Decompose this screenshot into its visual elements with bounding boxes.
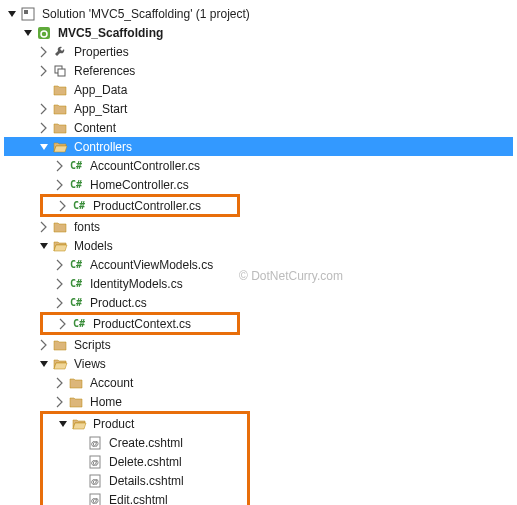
csharp-icon: C# xyxy=(71,316,87,332)
folder-models[interactable]: Models xyxy=(4,236,513,255)
solution-label: Solution 'MVC5_Scaffolding' (1 project) xyxy=(40,7,250,21)
folder-icon xyxy=(68,375,84,391)
expand-icon[interactable] xyxy=(55,416,71,432)
cshtml-icon xyxy=(87,473,103,489)
file-details-cshtml[interactable]: Details.cshtml xyxy=(43,471,247,490)
expand-icon[interactable] xyxy=(52,394,68,410)
expand-icon[interactable] xyxy=(52,276,68,292)
expand-icon[interactable] xyxy=(55,316,71,332)
references-node[interactable]: References xyxy=(4,61,513,80)
cshtml-icon xyxy=(87,454,103,470)
folder-controllers[interactable]: Controllers xyxy=(4,137,513,156)
file-identity-models[interactable]: C# IdentityModels.cs © DotNetCurry.com xyxy=(4,274,513,293)
expand-icon[interactable] xyxy=(36,120,52,136)
expand-icon[interactable] xyxy=(20,25,36,41)
file-edit-cshtml[interactable]: Edit.cshtml xyxy=(43,490,247,505)
solution-explorer-tree: Solution 'MVC5_Scaffolding' (1 project) … xyxy=(4,4,513,505)
file-account-view-models[interactable]: C# AccountViewModels.cs xyxy=(4,255,513,274)
folder-appstart[interactable]: App_Start xyxy=(4,99,513,118)
csharp-icon: C# xyxy=(68,177,84,193)
solution-icon xyxy=(20,6,36,22)
folder-scripts[interactable]: Scripts xyxy=(4,335,513,354)
file-product-controller[interactable]: C# ProductController.cs xyxy=(43,197,237,214)
expand-icon[interactable] xyxy=(52,177,68,193)
references-icon xyxy=(52,63,68,79)
cshtml-icon xyxy=(87,492,103,506)
folder-views-product[interactable]: Product xyxy=(43,414,247,433)
folder-open-icon xyxy=(52,238,68,254)
wrench-icon xyxy=(52,44,68,60)
expand-icon[interactable] xyxy=(52,158,68,174)
folder-icon xyxy=(52,82,68,98)
folder-appdata[interactable]: App_Data xyxy=(4,80,513,99)
expand-icon[interactable] xyxy=(36,44,52,60)
expand-icon[interactable] xyxy=(52,295,68,311)
file-product[interactable]: C# Product.cs xyxy=(4,293,513,312)
folder-open-icon xyxy=(71,416,87,432)
folder-views[interactable]: Views xyxy=(4,354,513,373)
folder-views-home[interactable]: Home xyxy=(4,392,513,411)
folder-icon xyxy=(52,337,68,353)
csharp-icon: C# xyxy=(68,295,84,311)
expand-icon[interactable] xyxy=(36,356,52,372)
folder-content[interactable]: Content xyxy=(4,118,513,137)
folder-icon xyxy=(68,394,84,410)
expand-icon[interactable] xyxy=(36,139,52,155)
csharp-icon: C# xyxy=(68,257,84,273)
file-home-controller[interactable]: C# HomeController.cs xyxy=(4,175,513,194)
csharp-icon: C# xyxy=(68,158,84,174)
project-node[interactable]: MVC5_Scaffolding xyxy=(4,23,513,42)
expand-icon[interactable] xyxy=(36,219,52,235)
csharp-icon: C# xyxy=(68,276,84,292)
expand-icon[interactable] xyxy=(36,337,52,353)
file-product-context[interactable]: C# ProductContext.cs xyxy=(43,315,237,332)
project-label: MVC5_Scaffolding xyxy=(56,26,163,40)
expand-icon[interactable] xyxy=(4,6,20,22)
folder-fonts[interactable]: fonts xyxy=(4,217,513,236)
file-delete-cshtml[interactable]: Delete.cshtml xyxy=(43,452,247,471)
folder-open-icon xyxy=(52,139,68,155)
folder-views-account[interactable]: Account xyxy=(4,373,513,392)
folder-icon xyxy=(52,101,68,117)
csharp-icon: C# xyxy=(71,198,87,214)
cshtml-icon xyxy=(87,435,103,451)
file-create-cshtml[interactable]: Create.cshtml xyxy=(43,433,247,452)
expand-icon[interactable] xyxy=(52,375,68,391)
properties-node[interactable]: Properties xyxy=(4,42,513,61)
expand-icon[interactable] xyxy=(36,63,52,79)
expand-icon[interactable] xyxy=(36,101,52,117)
expand-icon[interactable] xyxy=(36,238,52,254)
expand-icon[interactable] xyxy=(52,257,68,273)
expand-icon[interactable] xyxy=(55,198,71,214)
folder-open-icon xyxy=(52,356,68,372)
folder-icon xyxy=(52,120,68,136)
folder-icon xyxy=(52,219,68,235)
file-account-controller[interactable]: C# AccountController.cs xyxy=(4,156,513,175)
solution-node[interactable]: Solution 'MVC5_Scaffolding' (1 project) xyxy=(4,4,513,23)
project-icon xyxy=(36,25,52,41)
